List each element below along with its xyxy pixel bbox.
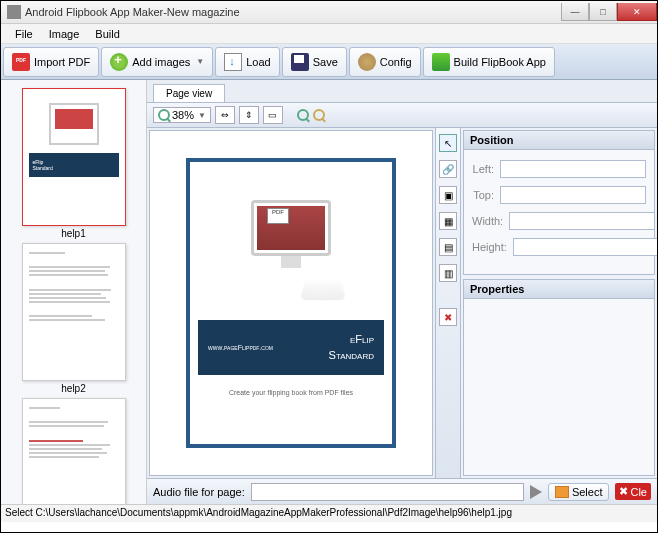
add-images-label: Add images xyxy=(132,56,190,68)
load-button[interactable]: Load xyxy=(215,47,279,77)
build-app-label: Build FlipBook App xyxy=(454,56,546,68)
main-toolbar: Import PDF Add images ▼ Load Save Config… xyxy=(1,44,657,80)
magnifier-icon xyxy=(158,109,170,121)
page-graphic: PDF xyxy=(231,200,351,300)
thumb-label: help1 xyxy=(61,228,85,239)
tab-strip: Page view xyxy=(147,80,657,102)
thumb-item[interactable]: eFlipStandard help1 xyxy=(22,88,126,239)
properties-header: Properties xyxy=(464,280,654,299)
play-button[interactable] xyxy=(530,485,542,499)
clear-icon: ✖ xyxy=(619,485,628,498)
select-label: Select xyxy=(572,486,603,498)
audio-path-input[interactable] xyxy=(251,483,524,501)
height-input[interactable] xyxy=(513,238,657,256)
config-button[interactable]: Config xyxy=(349,47,421,77)
fit-height-button[interactable]: ⇕ xyxy=(239,106,259,124)
image-tool[interactable]: ▦ xyxy=(439,212,457,230)
fit-width-button[interactable]: ⇔ xyxy=(215,106,235,124)
clear-label: Cle xyxy=(630,486,647,498)
load-label: Load xyxy=(246,56,270,68)
thumb-item[interactable] xyxy=(22,398,126,504)
page-toolbar: 38% ▼ ⇔ ⇕ ▭ xyxy=(147,102,657,128)
menu-image[interactable]: Image xyxy=(41,26,88,42)
dropdown-icon: ▼ xyxy=(196,57,204,66)
height-label: Height: xyxy=(472,241,513,253)
thumb-item[interactable]: help2 xyxy=(22,243,126,394)
add-icon xyxy=(110,53,128,71)
left-input[interactable] xyxy=(500,160,646,178)
save-button[interactable]: Save xyxy=(282,47,347,77)
load-icon xyxy=(224,53,242,71)
save-icon xyxy=(291,53,309,71)
page-url: www.pageFlippdf.com xyxy=(208,344,273,351)
width-input[interactable] xyxy=(509,212,655,230)
text-tool[interactable]: ▤ xyxy=(439,238,457,256)
dropdown-icon: ▼ xyxy=(198,111,206,120)
zoom-in-icon[interactable] xyxy=(297,109,309,121)
video-tool[interactable]: ▣ xyxy=(439,186,457,204)
title-bar: Android Flipbook App Maker-New magazine … xyxy=(1,1,657,24)
menu-bar: File Image Build xyxy=(1,24,657,44)
audio-bar: Audio file for page: Select ✖ Cle xyxy=(147,478,657,504)
properties-panel: Position Left: Top: Width: xyxy=(461,128,657,478)
select-audio-button[interactable]: Select xyxy=(548,483,610,501)
menu-file[interactable]: File xyxy=(7,26,41,42)
gear-icon xyxy=(358,53,376,71)
build-icon xyxy=(432,53,450,71)
brand-line2: Standard xyxy=(329,349,374,361)
import-pdf-button[interactable]: Import PDF xyxy=(3,47,99,77)
page-canvas[interactable]: PDF www.pageFlippdf.com eFlip Standard C… xyxy=(149,130,433,476)
delete-tool[interactable]: ✖ xyxy=(439,308,457,326)
page-footer: Create your flipping book from PDF files xyxy=(229,389,353,396)
thumb-label: help2 xyxy=(61,383,85,394)
config-label: Config xyxy=(380,56,412,68)
save-label: Save xyxy=(313,56,338,68)
tab-page-view[interactable]: Page view xyxy=(153,84,225,102)
window-title: Android Flipbook App Maker-New magazine xyxy=(25,6,561,18)
folder-icon xyxy=(555,486,569,498)
zoom-control[interactable]: 38% ▼ xyxy=(153,107,211,123)
element-toolbar: ↖ 🔗 ▣ ▦ ▤ ▥ ✖ xyxy=(435,128,461,478)
status-bar: Select C:\Users\lachance\Documents\appmk… xyxy=(1,504,657,522)
app-icon xyxy=(7,5,21,19)
thumbnail-sidebar[interactable]: eFlipStandard help1 help2 xyxy=(1,80,147,504)
pdf-icon xyxy=(12,53,30,71)
document-page: PDF www.pageFlippdf.com eFlip Standard C… xyxy=(186,158,396,448)
menu-build[interactable]: Build xyxy=(87,26,127,42)
main-area: eFlipStandard help1 help2 xyxy=(1,80,657,504)
top-label: Top: xyxy=(472,189,500,201)
clear-audio-button[interactable]: ✖ Cle xyxy=(615,483,651,500)
left-label: Left: xyxy=(472,163,500,175)
maximize-button[interactable]: □ xyxy=(589,3,617,21)
add-images-button[interactable]: Add images ▼ xyxy=(101,47,213,77)
fit-page-button[interactable]: ▭ xyxy=(263,106,283,124)
media-tool[interactable]: ▥ xyxy=(439,264,457,282)
pointer-tool[interactable]: ↖ xyxy=(439,134,457,152)
import-pdf-label: Import PDF xyxy=(34,56,90,68)
link-tool[interactable]: 🔗 xyxy=(439,160,457,178)
build-app-button[interactable]: Build FlipBook App xyxy=(423,47,555,77)
zoom-out-icon[interactable] xyxy=(313,109,325,121)
top-input[interactable] xyxy=(500,186,646,204)
position-header: Position xyxy=(464,131,654,150)
editor-panel: Page view 38% ▼ ⇔ ⇕ ▭ PDF xyxy=(147,80,657,504)
width-label: Width: xyxy=(472,215,509,227)
brand-line1: eFlip xyxy=(350,333,374,345)
audio-label: Audio file for page: xyxy=(153,486,245,498)
close-button[interactable]: ✕ xyxy=(617,3,657,21)
minimize-button[interactable]: — xyxy=(561,3,589,21)
zoom-value: 38% xyxy=(172,109,194,121)
